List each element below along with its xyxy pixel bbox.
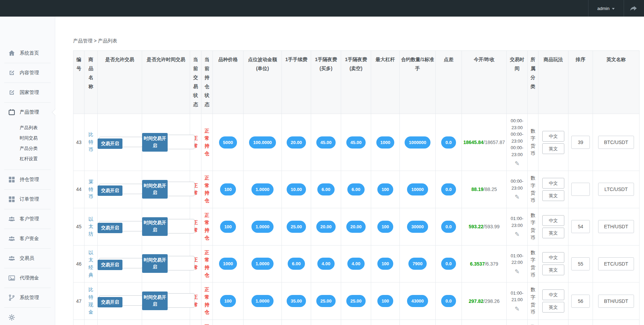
table-row: 47 比特现金 交易开启 时间交易开启 正常 正常持仓 100 1.0000 3… [73,283,640,320]
col-allow-time-trade: 是否允许时间交易 [142,51,190,114]
cell-sort [568,171,593,208]
trade-toggle-label[interactable]: 交易开启 [98,223,122,233]
sidebar-item-orders[interactable]: 订单管理 [0,190,55,209]
time-trade-toggle-label[interactable]: 时间交易开启 [142,291,168,310]
image-icon [8,275,15,281]
sidebar-item-customer-funds[interactable]: 客户资金 [0,229,55,248]
en-name-input[interactable] [598,257,634,270]
edit-time-icon[interactable]: ✎ [508,305,526,313]
cell-trade-toggle: 交易开启 [98,283,142,320]
en-name-input[interactable] [598,295,634,308]
max-leverage-pill: 100 [377,221,393,233]
overnight-buy-pill: 25.00 [316,295,336,307]
play-en-button[interactable]: 英文 [542,228,564,238]
trade-toggle[interactable]: 交易开启 [99,221,142,231]
sidebar-subitem-time-trade[interactable]: 时间交易 [20,133,55,143]
edit-time-icon[interactable]: ✎ [508,160,526,167]
play-en-button[interactable]: 英文 [542,302,564,313]
sidebar-item-partial[interactable] [0,308,55,325]
edit-time-icon[interactable]: ✎ [508,268,526,275]
sidebar-item-traders[interactable]: 交易员 [0,249,55,268]
sort-input[interactable] [571,295,590,308]
cell-name: 柚子 [85,320,98,325]
branch-icon [8,294,15,301]
sort-input[interactable] [571,183,590,196]
product-name-link[interactable]: 比特现金 [88,286,93,316]
table-row: 45 以太坊 交易开启 时间交易开启 正常 正常持仓 100 1.0000 25… [73,208,640,245]
cell-trade-time: 00:00-23:00 ✎ [507,171,528,208]
user-menu[interactable]: admin [588,0,624,17]
time-trade-toggle[interactable]: 时间交易开启 [143,256,195,270]
play-en-button[interactable]: 英文 [542,190,564,201]
trade-toggle[interactable]: 交易开启 [99,137,142,147]
time-trade-toggle-label[interactable]: 时间交易开启 [142,217,168,236]
cell-category: 数字货币 [528,114,538,171]
hold-status: 正常持仓 [205,249,210,279]
trade-toggle[interactable]: 交易开启 [99,258,142,268]
en-name-input[interactable] [598,183,634,196]
product-table-body: 43 比特币 交易开启 时间交易开启 正常 正常持仓 5000 100.0000… [73,114,640,325]
trade-toggle-label[interactable]: 交易开启 [98,138,122,149]
trade-toggle-label[interactable]: 交易开启 [98,185,122,196]
time-trade-toggle[interactable]: 时间交易开启 [143,219,195,233]
cell-fee: 6.00 [282,245,311,283]
time-trade-toggle[interactable]: 时间交易开启 [143,182,195,196]
product-name-link[interactable]: 比特币 [88,131,93,153]
time-trade-toggle-label[interactable]: 时间交易开启 [142,254,168,273]
sidebar-subitem-product-category[interactable]: 产品分类 [20,143,55,154]
play-zh-button[interactable]: 中文 [542,131,564,142]
users-icon [8,216,15,222]
time-trade-toggle[interactable]: 时间交易开启 [143,135,195,149]
open-price: 297.82 [469,298,484,304]
edit-icon [8,69,15,76]
trade-toggle[interactable]: 交易开启 [99,295,142,306]
sidebar-item-positions[interactable]: 持仓管理 [0,170,55,189]
grid-icon [8,176,15,183]
play-zh-button[interactable]: 中文 [542,178,564,189]
sidebar-item-content[interactable]: 内容管理 [0,63,55,83]
contract-qty-pill: 43000 [407,295,428,307]
open-price: 593.22 [469,224,484,229]
time-trade-toggle[interactable]: 时间交易开启 [143,293,195,308]
price-pill: 100 [220,183,236,195]
product-name-link[interactable]: 以太经典 [88,249,93,279]
play-en-button[interactable]: 英文 [542,265,564,275]
sidebar-item-country[interactable]: 国家管理 [0,83,55,102]
sort-input[interactable] [571,220,590,233]
product-name-link[interactable]: 莱特币 [88,178,93,201]
play-zh-button[interactable]: 中文 [542,289,564,300]
cell-fee: 5.00 [282,320,311,325]
time-trade-toggle-label[interactable]: 时间交易开启 [142,133,168,152]
trade-toggle-label[interactable]: 交易开启 [98,260,122,270]
cell-hold-status: 正常持仓 [201,245,213,283]
play-en-button[interactable]: 英文 [542,143,564,154]
cell-night-buy: 45.00 [311,114,341,171]
sidebar-item-system[interactable]: 系统管理 [0,288,55,307]
sidebar-item-customers[interactable]: 客户管理 [0,209,55,229]
logout-button[interactable] [624,0,644,17]
edit-time-icon[interactable]: ✎ [508,231,526,238]
cell-time-toggle: 时间交易开启 [142,320,190,325]
table-header: 编号 商品名称 是否允许交易 是否允许时间交易 当前交易状态 当前持仓状态 品种… [73,51,640,114]
sidebar-subitem-leverage[interactable]: 杠杆设置 [20,154,55,164]
sidebar-subitem-product-list[interactable]: 产品列表 [20,123,55,133]
sort-input[interactable] [571,136,590,149]
sidebar-item-agent-commission[interactable]: 代理佣金 [0,268,55,288]
trade-toggle-label[interactable]: 交易开启 [98,297,122,307]
time-trade-toggle-label[interactable]: 时间交易开启 [142,180,168,199]
sort-input[interactable] [571,257,590,270]
sidebar-item-products[interactable]: 产品管理 [0,103,55,122]
en-name-input[interactable] [598,220,634,233]
sidebar-item-home[interactable]: 系统首页 [0,44,55,63]
edit-time-icon[interactable]: ✎ [508,193,526,201]
trade-toggle[interactable]: 交易开启 [99,184,142,194]
cell-id: 47 [73,283,85,320]
play-zh-button[interactable]: 中文 [542,252,564,263]
play-zh-button[interactable]: 中文 [542,215,564,226]
product-name-link[interactable]: 以太坊 [88,216,93,238]
en-name-input[interactable] [598,136,634,149]
cell-lever: 100 [371,245,400,283]
cell-sort [568,245,593,283]
cell-night-sell: 45.00 [341,114,371,171]
col-allow-trade: 是否允许交易 [98,51,142,114]
